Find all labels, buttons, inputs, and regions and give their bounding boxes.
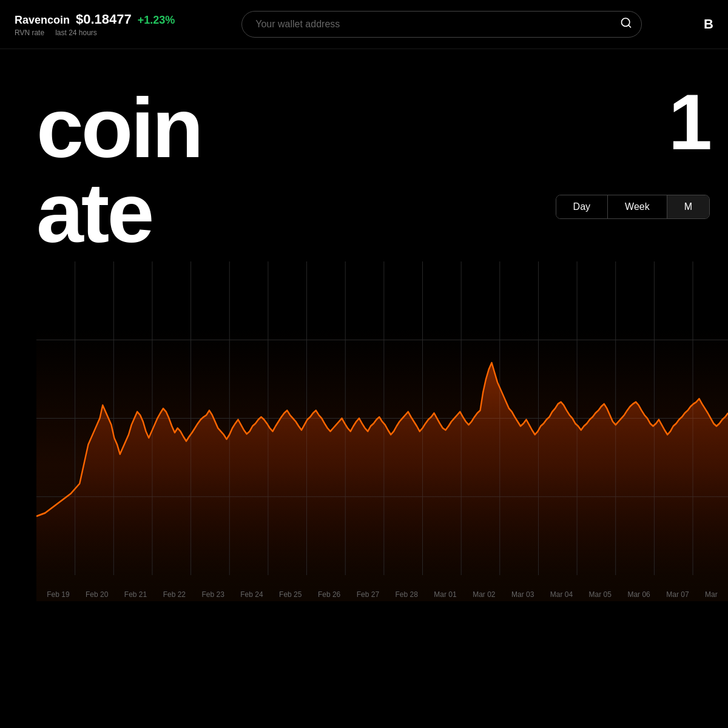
x-label: Feb 21 [124,590,147,599]
price-chart [36,261,728,601]
price-row: Ravencoin $0.18477 +1.23% [15,12,175,27]
header: Ravencoin $0.18477 +1.23% RVN rate last … [0,0,728,49]
rate-label: RVN rate [15,29,44,37]
price-value: $0.18477 [76,12,132,27]
x-label: Mar 06 [627,590,650,599]
price-change: +1.23% [138,14,175,27]
x-label: Mar 04 [550,590,573,599]
hero-section: coin ate 1 Day Week M Miners.com [0,49,728,613]
logo-section: Ravencoin $0.18477 +1.23% RVN rate last … [15,12,175,37]
x-label: Mar 02 [473,590,495,599]
x-label: Feb 27 [357,590,379,599]
search-icon [620,17,632,29]
search-button[interactable] [620,17,632,32]
hero-title: coin ate [36,86,728,255]
x-label: Mar [705,590,718,599]
x-label: Feb 24 [240,590,263,599]
x-label: Feb 20 [86,590,108,599]
x-label: Feb 22 [163,590,186,599]
x-axis: Feb 19 Feb 20 Feb 21 Feb 22 Feb 23 Feb 2… [36,588,728,601]
x-label: Mar 03 [511,590,534,599]
x-label: Feb 28 [396,590,418,599]
x-label: Feb 23 [201,590,224,599]
x-label: Mar 01 [434,590,456,599]
x-label: Feb 26 [318,590,340,599]
logo-name: Ravencoin [15,14,70,27]
wallet-search-input[interactable] [241,11,642,38]
price-labels: RVN rate last 24 hours [15,29,175,37]
period-label: last 24 hours [55,29,97,37]
x-label: Mar 07 [666,590,689,599]
x-label: Feb 19 [47,590,69,599]
search-container [241,11,642,38]
svg-line-1 [629,25,631,27]
x-label: Feb 25 [279,590,302,599]
nav-initial: B [704,16,713,32]
hero-line2: ate [36,170,728,255]
x-label: Mar 05 [589,590,612,599]
hero-line1: coin [36,86,728,170]
chart-area: Feb 19 Feb 20 Feb 21 Feb 22 Feb 23 Feb 2… [36,261,728,601]
